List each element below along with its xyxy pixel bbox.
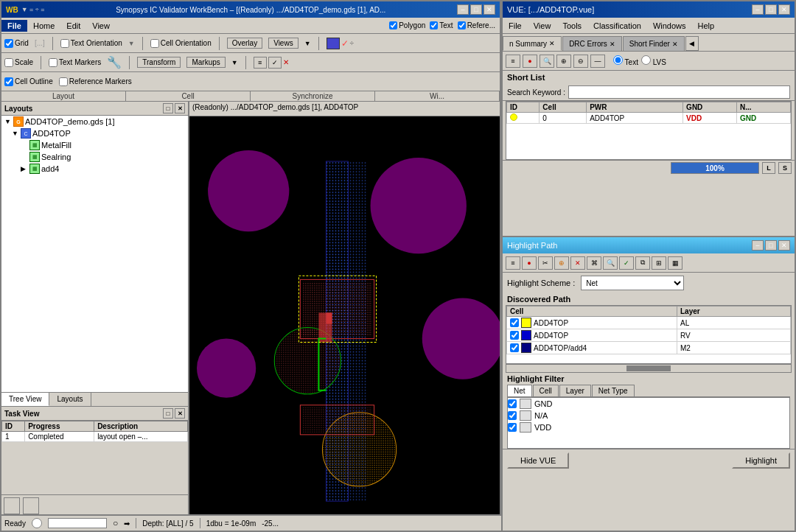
hp-tb-scissors[interactable]: ✂: [538, 256, 553, 270]
tab-short-finder[interactable]: Short Finder ✕: [623, 36, 685, 51]
grid-checkbox[interactable]: Grid: [4, 39, 29, 48]
short-list-scroll[interactable]: ID Cell PWR GND N... 0 ADD4TOP VDD GND: [506, 101, 792, 160]
layouts-icon1[interactable]: □: [163, 103, 173, 113]
scheme-select[interactable]: Net Cell Layer: [581, 276, 684, 290]
views-btn[interactable]: Views: [268, 38, 298, 49]
tree-item-sealring[interactable]: ▶ ▦ Sealring: [1, 151, 188, 163]
vue-menu-view[interactable]: View: [528, 20, 557, 32]
menu-view[interactable]: View: [86, 20, 116, 32]
hide-vue-btn[interactable]: Hide VUE: [507, 452, 569, 469]
hp-close-btn[interactable]: ✕: [778, 240, 790, 251]
path-row-0[interactable]: ADD4TOP AL: [507, 317, 791, 329]
hp-tb-copy2[interactable]: ⧉: [635, 256, 650, 270]
status-input[interactable]: [48, 518, 107, 528]
radio-lvs-label[interactable]: LVS: [641, 55, 666, 66]
hp-tb-list[interactable]: ≡: [506, 256, 520, 270]
task-view-icon1[interactable]: □: [163, 408, 173, 419]
cell-orientation-check[interactable]: Cell Orientation: [150, 39, 212, 48]
tree-item-add4[interactable]: ▶ ▦ add4: [1, 163, 188, 175]
highlight-btn[interactable]: Highlight: [732, 452, 790, 469]
filter-cb-vdd[interactable]: [508, 423, 517, 432]
wb-minimize-btn[interactable]: –: [457, 4, 469, 15]
canvas-content[interactable]: [189, 116, 500, 517]
tab-drc-close[interactable]: ✕: [610, 41, 615, 48]
vue-menu-classification[interactable]: Classification: [587, 20, 647, 32]
vue-tb-btn4[interactable]: ⊕: [556, 55, 571, 68]
l-btn[interactable]: L: [762, 162, 775, 174]
vue-menu-help[interactable]: Help: [692, 20, 721, 32]
path-cb-2[interactable]: [510, 343, 519, 352]
hp-tb-x[interactable]: ✕: [570, 256, 585, 270]
layout-canvas[interactable]: [189, 116, 500, 517]
vue-tb-btn3[interactable]: 🔍: [540, 55, 554, 68]
cell-outline-check[interactable]: Cell Outline: [4, 77, 53, 86]
reference-check[interactable]: Refere...: [458, 21, 495, 29]
vue-minimize-btn[interactable]: –: [752, 4, 764, 15]
path-cb-0[interactable]: [510, 318, 519, 327]
hp-tb-ok[interactable]: ✓: [619, 256, 634, 270]
filter-tab-net[interactable]: Net: [507, 385, 532, 396]
path-cb-1[interactable]: [510, 331, 519, 340]
hp-restore-btn[interactable]: □: [765, 240, 777, 251]
tab-scroll-btn[interactable]: ◀: [685, 36, 699, 51]
vue-tb-btn2[interactable]: ●: [523, 55, 537, 68]
filter-cb-na[interactable]: [508, 411, 517, 420]
vue-menu-tools[interactable]: Tools: [556, 20, 587, 32]
filter-item-gnd[interactable]: GND: [508, 398, 789, 410]
vue-close-btn[interactable]: ✕: [778, 4, 790, 15]
search-input[interactable]: [568, 85, 790, 99]
radio-text-label[interactable]: Text: [613, 55, 638, 66]
task-view-icon2[interactable]: ✕: [175, 408, 185, 419]
tab-layouts[interactable]: Layouts: [49, 393, 91, 406]
polygon-check[interactable]: Polygon: [389, 21, 425, 29]
wb-maximize-btn[interactable]: □: [470, 4, 482, 15]
vue-maximize-btn[interactable]: □: [765, 4, 777, 15]
vue-tb-btn6[interactable]: —: [590, 55, 605, 68]
hp-minimize-btn[interactable]: –: [752, 240, 764, 251]
tree-item-add4top[interactable]: ▼ C ADD4TOP: [1, 127, 188, 139]
path-row-2[interactable]: ADD4TOP/add4 M2: [507, 342, 791, 354]
path-row-1[interactable]: ADD4TOP RV: [507, 329, 791, 342]
tree-item-gds[interactable]: ▼ G ADD4TOP_demo.gds [1]: [1, 116, 188, 127]
layouts-tree[interactable]: ▼ G ADD4TOP_demo.gds [1] ▼ C ADD4TOP ▶ ▦…: [1, 116, 188, 392]
hp-tb-copy3[interactable]: ⊞: [652, 256, 666, 270]
hp-tb-plus[interactable]: ⊕: [554, 256, 569, 270]
tab-drc-errors[interactable]: DRC Errors ✕: [562, 36, 622, 51]
menu-file[interactable]: File: [1, 20, 27, 32]
tree-item-metalfill[interactable]: ▶ ▦ MetalFill: [1, 139, 188, 151]
overlay-btn[interactable]: Overlay: [227, 38, 262, 49]
path-scroll[interactable]: Cell Layer ADD4TOP AL: [506, 305, 792, 364]
filter-item-vdd[interactable]: VDD: [508, 421, 789, 433]
filter-tab-layer[interactable]: Layer: [559, 385, 591, 396]
transform-btn[interactable]: Transform: [137, 57, 181, 68]
tab-tree-view[interactable]: Tree View: [1, 393, 49, 406]
hp-tb-copy1[interactable]: ⌘: [587, 256, 601, 270]
text-markers-check[interactable]: Text Markers: [49, 58, 101, 67]
vue-tb-btn5[interactable]: ⊖: [573, 55, 588, 68]
hp-tb-check[interactable]: ●: [522, 256, 537, 270]
tab-summary[interactable]: n Summary ✕: [503, 36, 562, 51]
command-help-btn[interactable]: [4, 497, 20, 514]
menu-edit[interactable]: Edit: [60, 20, 86, 32]
s-btn[interactable]: S: [778, 162, 792, 174]
vue-tb-btn1[interactable]: ≡: [506, 55, 520, 68]
markups-btn[interactable]: Markups: [186, 57, 225, 68]
reference-markers-check[interactable]: Reference Markers: [59, 77, 132, 86]
layouts-icon2[interactable]: ✕: [175, 103, 185, 113]
filter-item-na[interactable]: N/A: [508, 410, 789, 421]
hp-tb-search[interactable]: 🔍: [603, 256, 618, 270]
hp-tb-grid[interactable]: ▦: [668, 256, 682, 270]
scale-check[interactable]: Scale: [4, 58, 33, 67]
tab-short-close[interactable]: ✕: [672, 41, 678, 48]
filter-scroll[interactable]: GND N/A VDD: [507, 397, 790, 449]
vue-menu-file[interactable]: File: [503, 20, 528, 32]
menu-home[interactable]: Home: [27, 20, 60, 32]
wb-close-btn[interactable]: ✕: [483, 4, 495, 15]
filter-tab-nettype[interactable]: Net Type: [592, 385, 635, 396]
short-list-row[interactable]: 0 ADD4TOP VDD GND: [507, 113, 791, 124]
vue-menu-windows[interactable]: Windows: [647, 20, 692, 32]
filter-cb-gnd[interactable]: [508, 399, 517, 408]
filter-tab-cell[interactable]: Cell: [533, 385, 559, 396]
text-check[interactable]: Text: [430, 21, 453, 29]
tab-summary-close[interactable]: ✕: [549, 40, 555, 47]
